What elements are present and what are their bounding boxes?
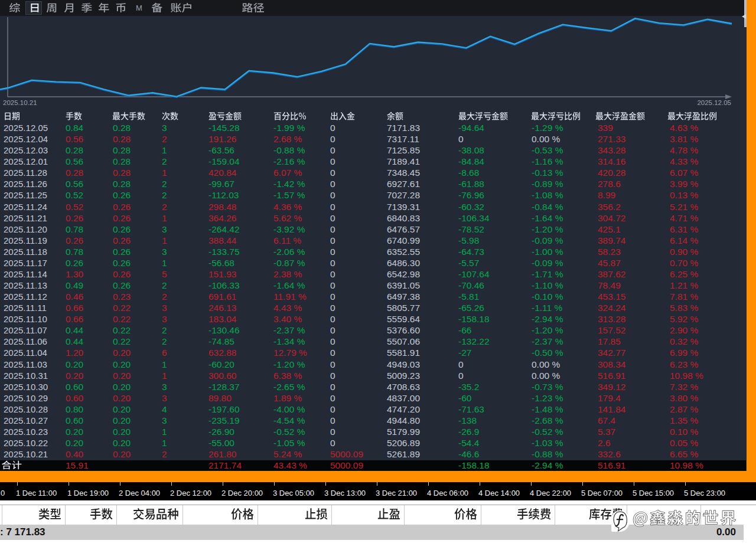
svg-text:2025.10.21: 2025.10.21 bbox=[3, 99, 37, 106]
svg-text:2025.12.05: 2025.12.05 bbox=[697, 99, 731, 106]
